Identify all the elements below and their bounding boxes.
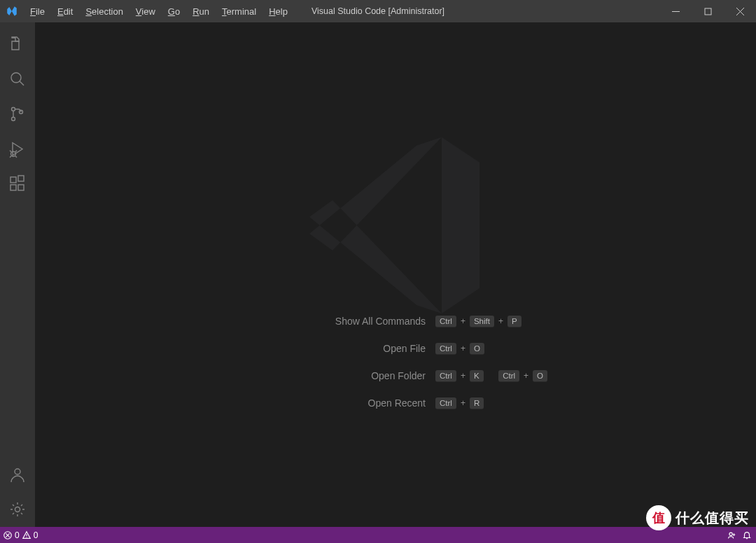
- svg-line-11: [15, 150, 17, 152]
- source-control-icon: [8, 105, 27, 123]
- status-bell[interactable]: [742, 530, 752, 540]
- svg-line-12: [10, 156, 11, 157]
- menu-run[interactable]: Run: [186, 0, 216, 22]
- window-controls: [659, 0, 756, 22]
- svg-rect-1: [705, 8, 711, 15]
- key: Ctrl: [435, 343, 456, 355]
- maximize-button[interactable]: [692, 0, 724, 22]
- svg-point-18: [15, 469, 20, 474]
- activity-accounts[interactable]: [0, 457, 35, 492]
- shortcut-row: Open FolderCtrl+KCtrl+O: [244, 370, 547, 382]
- workbench-body: Show All CommandsCtrl+Shift+POpen FileCt…: [0, 22, 756, 527]
- menu-help[interactable]: Help: [262, 0, 294, 22]
- svg-rect-17: [18, 176, 24, 181]
- activity-run-debug[interactable]: [0, 132, 35, 167]
- settings-icon: [8, 500, 27, 519]
- shortcut-row: Open FileCtrl+O: [244, 343, 547, 355]
- svg-rect-14: [10, 177, 16, 183]
- menu-edit[interactable]: Edit: [51, 0, 79, 22]
- menu-go[interactable]: Go: [162, 0, 186, 22]
- svg-rect-16: [18, 185, 24, 190]
- menu-bar: FileEditSelectionViewGoRunTerminalHelp: [24, 0, 294, 22]
- key: Ctrl: [435, 370, 456, 382]
- close-button[interactable]: [724, 0, 756, 22]
- run-debug-icon: [8, 140, 27, 158]
- shortcut-keys: Ctrl+O: [435, 343, 547, 355]
- status-problems[interactable]: 0 0: [3, 530, 38, 540]
- activity-source-control[interactable]: [0, 97, 35, 132]
- svg-line-10: [10, 150, 11, 152]
- key: O: [533, 370, 547, 382]
- warning-icon: [22, 530, 31, 540]
- explorer-icon: [8, 35, 27, 53]
- svg-point-19: [15, 507, 20, 512]
- minimize-button[interactable]: [659, 0, 692, 22]
- shortcut-keys: Ctrl+R: [435, 397, 547, 409]
- svg-point-25: [729, 533, 732, 535]
- menu-terminal[interactable]: Terminal: [216, 0, 262, 22]
- extensions-icon: [8, 175, 27, 193]
- menu-selection[interactable]: Selection: [79, 0, 129, 22]
- key: Ctrl: [498, 370, 519, 382]
- status-feedback[interactable]: [727, 530, 736, 540]
- shortcut-row: Open RecentCtrl+R: [244, 397, 547, 409]
- activity-settings[interactable]: [0, 492, 35, 527]
- status-bar: 0 0: [0, 527, 756, 543]
- shortcut-keys: Ctrl+KCtrl+O: [435, 370, 547, 382]
- error-count: 0: [15, 530, 20, 540]
- key: P: [507, 316, 522, 327]
- shortcut-label: Open Recent: [244, 397, 426, 409]
- smzdm-badge-text: 什么值得买: [676, 509, 749, 528]
- error-icon: [3, 530, 13, 540]
- svg-point-6: [12, 108, 15, 111]
- menu-file[interactable]: File: [24, 0, 51, 22]
- svg-line-5: [20, 81, 24, 85]
- vscode-watermark-icon: [290, 120, 500, 333]
- warning-count: 0: [34, 530, 38, 540]
- shortcut-label: Open Folder: [244, 370, 426, 381]
- bell-icon: [742, 530, 752, 540]
- person-add-icon: [727, 530, 736, 540]
- activity-explorer[interactable]: [0, 27, 35, 62]
- activity-bar: [0, 22, 35, 527]
- activity-search[interactable]: [0, 62, 35, 97]
- svg-point-24: [26, 537, 27, 537]
- smzdm-watermark: 值 什么值得买: [646, 505, 749, 530]
- key: K: [470, 370, 484, 382]
- accounts-icon: [8, 465, 27, 484]
- title-bar: FileEditSelectionViewGoRunTerminalHelp V…: [0, 0, 756, 22]
- vscode-icon: [0, 5, 24, 17]
- svg-point-7: [12, 118, 15, 121]
- editor-area: Show All CommandsCtrl+Shift+POpen FileCt…: [35, 22, 756, 527]
- svg-point-4: [11, 73, 21, 83]
- shortcut-label: Open File: [244, 343, 426, 354]
- key: O: [470, 343, 484, 355]
- activity-extensions[interactable]: [0, 167, 35, 202]
- key: Ctrl: [435, 397, 456, 409]
- menu-view[interactable]: View: [130, 0, 162, 22]
- key: R: [470, 397, 484, 409]
- svg-rect-15: [10, 185, 16, 190]
- smzdm-badge-icon: 值: [646, 505, 671, 530]
- search-icon: [8, 70, 27, 88]
- svg-line-13: [15, 156, 17, 157]
